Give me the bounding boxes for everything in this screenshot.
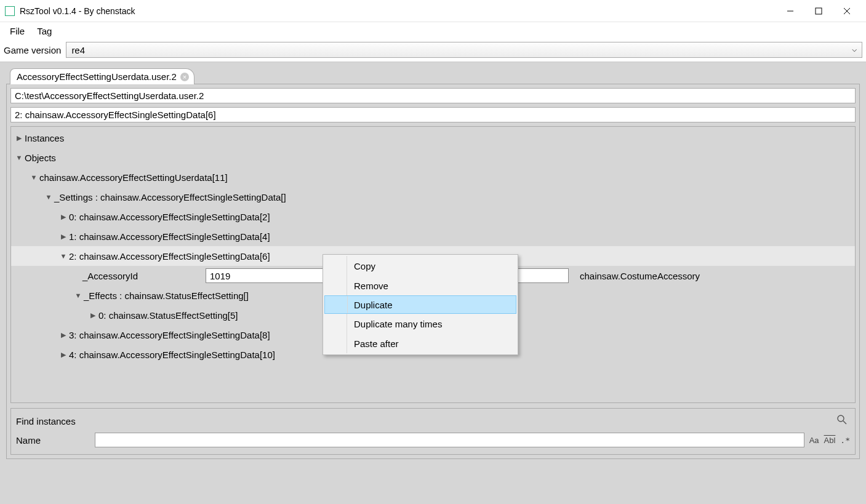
tree-item-0[interactable]: ▶ 0: chainsaw.AccessoryEffectSingleSetti… [11,207,855,226]
tree-label: _Effects : chainsaw.StatusEffectSetting[… [84,290,249,301]
find-options: Aa Abl .* [809,436,850,445]
svg-line-5 [843,421,846,424]
tree-label: 3: chainsaw.AccessoryEffectSingleSetting… [69,330,270,340]
ctx-copy[interactable]: Copy [324,256,516,276]
tree-view: ▶ Instances ▼ Objects ▼ chainsaw.Accesso… [10,126,856,403]
ctx-remove[interactable]: Remove [324,276,516,295]
tree-label: Objects [25,153,56,163]
toolbar: Game version re4 [0,39,866,60]
tree-item-1[interactable]: ▶ 1: chainsaw.AccessoryEffectSingleSetti… [11,226,855,246]
window-title: RszTool v0.1.4 - By chenstack [20,6,776,16]
window-controls [776,2,861,20]
tree-label: chainsaw.AccessoryEffectSettingUserdata[… [39,172,228,183]
minimize-icon [787,7,794,15]
editor-panel: C:\test\AccessoryEffectSettingUserdata.u… [6,84,860,459]
match-case-icon[interactable]: Aa [809,436,819,445]
caret-right-icon: ▶ [15,134,23,142]
tree-label: 4: chainsaw.AccessoryEffectSingleSetting… [69,350,275,360]
close-button[interactable] [833,2,861,20]
caret-down-icon: ▼ [30,174,38,181]
regex-icon[interactable]: .* [840,436,850,445]
game-version-select[interactable]: re4 [66,42,862,58]
tab-strip: AccessoryEffectSettingUserdata.user.2 × [10,68,860,84]
caret-right-icon: ▶ [59,213,68,221]
context-menu: Copy Remove Duplicate Duplicate many tim… [323,254,518,355]
find-title: Find instances [16,416,836,426]
ctx-duplicate[interactable]: Duplicate [324,295,516,314]
find-name-label: Name [16,435,90,446]
menu-file[interactable]: File [4,25,31,38]
caret-right-icon: ▶ [59,233,68,241]
work-area: AccessoryEffectSettingUserdata.user.2 × … [0,62,866,504]
caret-right-icon: ▶ [89,311,97,319]
whole-word-icon[interactable]: Abl [824,436,836,445]
tree-label: Instances [25,133,64,143]
maximize-button[interactable] [804,2,833,20]
game-version-label: Game version [4,45,61,55]
tab-close-icon[interactable]: × [180,73,189,81]
file-path[interactable]: C:\test\AccessoryEffectSettingUserdata.u… [10,88,856,103]
caret-down-icon: ▼ [44,193,53,201]
close-icon [843,7,851,15]
breadcrumb[interactable]: 2: chainsaw.AccessoryEffectSingleSetting… [10,107,856,122]
find-panel: Find instances Name Aa Abl .* [10,408,856,455]
tab-label: AccessoryEffectSettingUserdata.user.2 [17,71,177,82]
ctx-paste-after[interactable]: Paste after [324,334,516,353]
game-version-value: re4 [71,45,85,55]
field-type: chainsaw.CostumeAccessory [580,271,700,281]
find-name-input[interactable] [95,433,804,447]
search-icon[interactable] [836,414,848,428]
tree-objects[interactable]: ▼ Objects [11,148,855,167]
tree-label: 0: chainsaw.StatusEffectSetting[5] [98,310,238,321]
caret-down-icon: ▼ [15,154,23,161]
maximize-icon [815,7,822,15]
tree-label: _Settings : chainsaw.AccessoryEffectSing… [54,192,286,202]
tree-instances[interactable]: ▶ Instances [11,128,855,148]
title-bar: RszTool v0.1.4 - By chenstack [0,0,866,22]
caret-down-icon: ▼ [74,292,82,299]
field-name: _AccessoryId [82,271,206,281]
minimize-button[interactable] [776,2,804,20]
svg-point-4 [838,415,844,422]
tree-settings[interactable]: ▼ _Settings : chainsaw.AccessoryEffectSi… [11,187,855,207]
tree-label: 1: chainsaw.AccessoryEffectSingleSetting… [69,231,270,242]
menu-bar: File Tag [0,22,866,39]
tree-root[interactable]: ▼ chainsaw.AccessoryEffectSettingUserdat… [11,167,855,187]
caret-right-icon: ▶ [59,331,68,339]
svg-rect-1 [816,8,822,14]
caret-down-icon: ▼ [59,252,68,260]
ctx-duplicate-many[interactable]: Duplicate many times [324,314,516,334]
tree-label: 2: chainsaw.AccessoryEffectSingleSetting… [69,251,270,262]
menu-tag[interactable]: Tag [31,25,58,38]
tree-label: 0: chainsaw.AccessoryEffectSingleSetting… [69,212,270,222]
caret-right-icon: ▶ [59,351,68,359]
file-tab[interactable]: AccessoryEffectSettingUserdata.user.2 × [10,68,194,84]
app-icon [5,6,15,16]
